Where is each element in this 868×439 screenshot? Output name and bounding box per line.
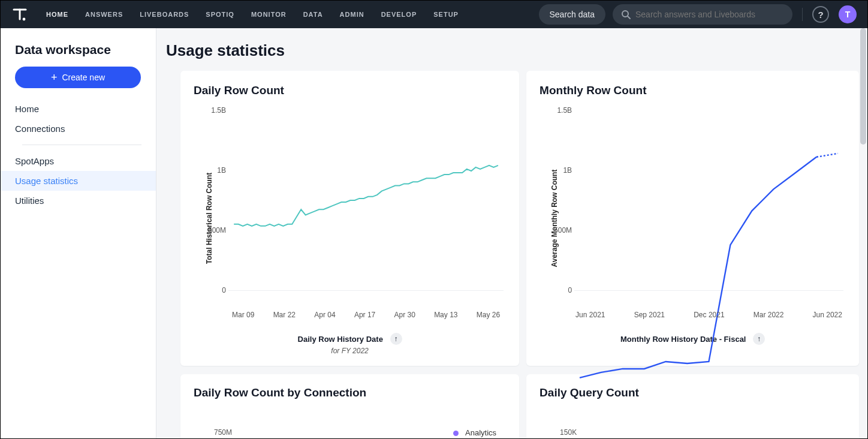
xtick: Dec 2021 bbox=[694, 311, 724, 319]
chart-monthly-ylabel: Average Monthly Row Count bbox=[551, 170, 559, 267]
app-logo[interactable] bbox=[10, 5, 29, 24]
ytick: 150K bbox=[540, 407, 846, 437]
legend-dot-icon bbox=[453, 431, 459, 436]
create-new-button[interactable]: + Create new bbox=[15, 67, 141, 88]
chart-daily: Total Historical Row Count 1.5B 1B 500M … bbox=[194, 104, 506, 332]
card-daily-query-count[interactable]: Daily Query Count 150K bbox=[526, 374, 859, 438]
card-title-daily-query: Daily Query Count bbox=[540, 386, 846, 399]
ytick: 1B bbox=[200, 166, 226, 175]
card-title-daily-conn: Daily Row Count by Connection bbox=[194, 386, 506, 399]
search-icon bbox=[621, 10, 631, 19]
ytick: 0 bbox=[545, 286, 572, 294]
nav-answers[interactable]: ANSWERS bbox=[85, 11, 123, 18]
legend-row: Analytics bbox=[453, 407, 506, 437]
legend-label-analytics: Analytics bbox=[465, 428, 496, 437]
nav-monitor[interactable]: MONITOR bbox=[251, 11, 287, 18]
search-data-label: Search data bbox=[550, 10, 595, 19]
xaxis-monthly: Jun 2021 Sep 2021 Dec 2021 Mar 2022 Jun … bbox=[574, 311, 843, 319]
xaxis-daily: Mar 09 Mar 22 Apr 04 Apr 17 Apr 30 May 1… bbox=[228, 311, 504, 319]
card-title-daily: Daily Row Count bbox=[194, 84, 506, 97]
line-chart-daily bbox=[228, 110, 504, 386]
sidebar-item-spotapps[interactable]: SpotApps bbox=[1, 151, 156, 171]
avatar-initial: T bbox=[845, 10, 851, 19]
card-title-monthly: Monthly Row Count bbox=[540, 84, 846, 97]
card-daily-row-count[interactable]: Daily Row Count Total Historical Row Cou… bbox=[180, 71, 519, 366]
sort-asc-icon[interactable]: ↑ bbox=[390, 333, 402, 345]
topnav-right: Search data ? T bbox=[539, 4, 857, 25]
nav-admin[interactable]: ADMIN bbox=[340, 11, 364, 18]
ytick: 750M bbox=[194, 407, 232, 437]
global-search[interactable] bbox=[613, 4, 792, 25]
sidebar-item-connections[interactable]: Connections bbox=[1, 119, 156, 139]
nav-develop[interactable]: DEVELOP bbox=[381, 11, 417, 18]
card-monthly-row-count[interactable]: Monthly Row Count Average Monthly Row Co… bbox=[526, 71, 859, 366]
plot-area-daily bbox=[228, 110, 504, 303]
xtick: Apr 04 bbox=[314, 311, 335, 319]
plot-area-monthly bbox=[574, 110, 843, 303]
ytick: 1.5B bbox=[200, 106, 226, 115]
nav-setup[interactable]: SETUP bbox=[433, 11, 459, 18]
ytick: 1B bbox=[545, 166, 572, 175]
ytick: 1.5B bbox=[545, 106, 572, 115]
chart-monthly: Average Monthly Row Count 1.5B 1B 500M 0… bbox=[540, 104, 846, 332]
ytick: 0 bbox=[200, 286, 226, 294]
xtick: Apr 17 bbox=[354, 311, 375, 319]
help-button[interactable]: ? bbox=[812, 6, 829, 23]
xtick: Sep 2021 bbox=[634, 311, 665, 319]
sort-asc-icon[interactable]: ↑ bbox=[753, 333, 765, 345]
sidebar-divider bbox=[22, 145, 141, 145]
xtick: Mar 22 bbox=[273, 311, 296, 319]
sidebar-item-utilities[interactable]: Utilities bbox=[1, 191, 156, 211]
line-chart-monthly bbox=[574, 110, 843, 380]
create-new-label: Create new bbox=[62, 73, 105, 82]
xtick: May 26 bbox=[477, 311, 500, 319]
nav-data[interactable]: DATA bbox=[303, 11, 323, 18]
sidebar-title: Data workspace bbox=[1, 43, 156, 67]
sidebar-item-usage-statistics[interactable]: Usage statistics bbox=[1, 171, 156, 191]
search-data-button[interactable]: Search data bbox=[539, 4, 606, 25]
ytick: 500M bbox=[200, 226, 226, 234]
xtick: Mar 2022 bbox=[754, 311, 784, 319]
sidebar: Data workspace + Create new Home Connect… bbox=[1, 28, 156, 438]
global-search-input[interactable] bbox=[635, 10, 784, 19]
main-content: Usage statistics Daily Row Count Total H… bbox=[156, 28, 867, 438]
svg-line-2 bbox=[628, 16, 630, 19]
xtick: Jun 2021 bbox=[575, 311, 605, 319]
page-title: Usage statistics bbox=[156, 41, 867, 71]
xtick: Apr 30 bbox=[394, 311, 415, 319]
sidebar-item-home[interactable]: Home bbox=[1, 99, 156, 119]
svg-point-0 bbox=[23, 18, 26, 21]
nav-home[interactable]: HOME bbox=[46, 11, 68, 18]
xtick: Jun 2022 bbox=[813, 311, 842, 319]
plus-icon: + bbox=[51, 72, 58, 83]
xtick: Mar 09 bbox=[232, 311, 254, 319]
nav-liveboards[interactable]: LIVEBOARDS bbox=[140, 11, 189, 18]
help-icon: ? bbox=[818, 10, 823, 20]
nav-spotiq[interactable]: SPOTIQ bbox=[206, 11, 234, 18]
topnav-divider bbox=[802, 8, 803, 21]
chart-daily-ylabel: Total Historical Row Count bbox=[205, 173, 213, 264]
avatar[interactable]: T bbox=[839, 5, 857, 23]
nav-items: HOME ANSWERS LIVEBOARDS SPOTIQ MONITOR D… bbox=[46, 11, 459, 18]
ytick: 500M bbox=[545, 226, 572, 234]
xtick: May 13 bbox=[434, 311, 457, 319]
scrollbar-thumb[interactable] bbox=[860, 28, 866, 145]
top-navbar: HOME ANSWERS LIVEBOARDS SPOTIQ MONITOR D… bbox=[1, 1, 867, 28]
